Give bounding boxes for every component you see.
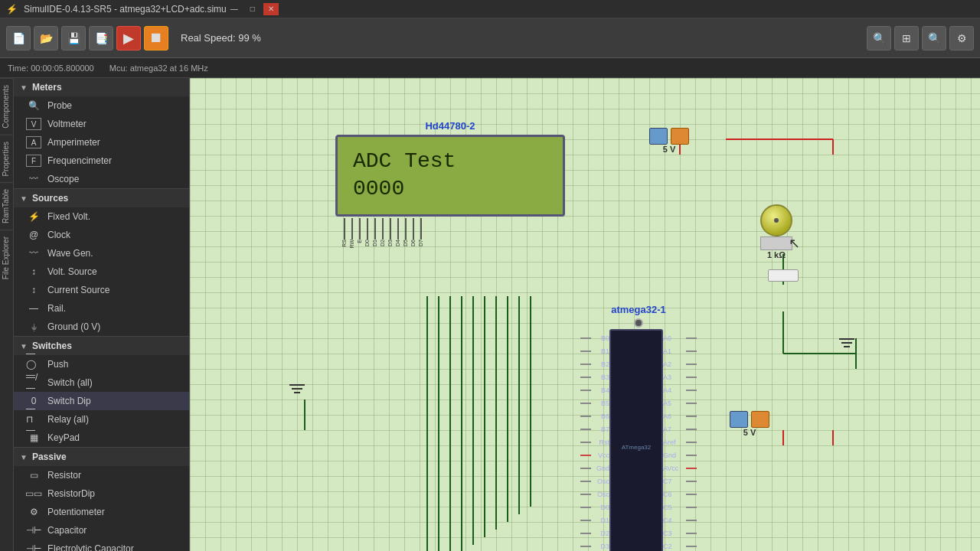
ground-label: Ground (0 V) xyxy=(47,321,100,332)
power-5v-mid: 5 V xyxy=(730,411,769,437)
toolbar-right: 🔍 ⊞ 🔍 ⚙ xyxy=(867,26,974,51)
collapse-sources-icon: ▼ xyxy=(20,194,28,203)
section-sources: ▼ Sources ⚡ Fixed Volt. @ Clock 〰 Wave G… xyxy=(14,189,189,337)
sidebar-item-currentsource[interactable]: ↕ Current Source xyxy=(14,281,189,299)
sidebar-item-push[interactable]: —◯— Push xyxy=(14,355,189,373)
clock-label: Clock xyxy=(47,230,70,240)
relayall-label: Relay (all) xyxy=(47,414,89,425)
zoom-in-button[interactable]: 🔍 xyxy=(867,26,891,51)
minimize-button[interactable]: — xyxy=(227,3,242,15)
oscope-icon: 〰 xyxy=(26,173,41,185)
vtab-properties[interactable]: Properties xyxy=(0,135,13,183)
chip-left-pins: B0 B1 B2 B3 xyxy=(580,332,609,551)
ground-symbol-pot xyxy=(839,338,854,347)
content-area: Components Properties RamTable File Expl… xyxy=(0,78,980,551)
new-button[interactable]: 📄 xyxy=(6,26,31,51)
zoom-fit-button[interactable]: ⊞ xyxy=(894,26,919,51)
sidebar-item-keypad[interactable]: ▦ KeyPad xyxy=(14,429,189,447)
sidebar-item-resistordip[interactable]: ▭▭ ResistorDip xyxy=(14,484,189,503)
potentiometer-label: Potentiometer xyxy=(47,507,105,517)
stop-button[interactable]: ⏹ xyxy=(144,26,168,51)
probe-icon: 🔍 xyxy=(26,99,41,112)
pot-body xyxy=(760,236,792,250)
power-label-top: 5 V xyxy=(649,145,689,154)
ground-symbol-left xyxy=(289,384,305,393)
voltmeter-label: Voltmeter xyxy=(47,119,87,129)
speed-label: Real Speed: 99 % xyxy=(181,32,261,44)
section-switches: ▼ Switches —◯— Push —/— Switch (all) 0 S… xyxy=(14,337,189,448)
saveas-button[interactable]: 📑 xyxy=(89,26,113,51)
pot-resistance-label: 1 kΩ xyxy=(760,250,792,259)
close-button[interactable]: ✕ xyxy=(263,3,279,15)
infobar: Time: 00:00:05.800000 Mcu: atmega32 at 1… xyxy=(0,58,980,78)
sidebar-item-frequencimeter[interactable]: F Frequencimeter xyxy=(14,152,189,170)
sidebar-item-capacitor[interactable]: ⊣⊢ Capacitor xyxy=(14,521,189,540)
open-button[interactable]: 📂 xyxy=(34,26,58,51)
section-passive-label: Passive xyxy=(32,452,67,462)
oscope-label: Oscope xyxy=(47,174,79,184)
section-passive-header[interactable]: ▼ Passive xyxy=(14,448,189,466)
wavegen-label: Wave Gen. xyxy=(47,248,93,259)
vertical-tabs: Components Properties RamTable File Expl… xyxy=(0,78,14,551)
switchall-label: Switch (all) xyxy=(47,377,93,388)
rail-icon: — xyxy=(26,302,41,315)
capacitor-icon: ⊣⊢ xyxy=(26,524,41,536)
save-button[interactable]: 💾 xyxy=(61,26,86,51)
clock-icon: @ xyxy=(26,229,41,241)
capacitor-label: Capacitor xyxy=(47,525,87,536)
zoom-out-button[interactable]: 🔍 xyxy=(922,26,946,51)
sidebar-item-potentiometer[interactable]: ⚙ Potentiometer xyxy=(14,503,189,521)
fixedvolt-label: Fixed Volt. xyxy=(47,211,90,222)
sidebar-item-electrolytic[interactable]: ⊣⊢ Electrolytic Capacitor xyxy=(14,540,189,551)
keypad-icon: ▦ xyxy=(26,432,41,444)
window-controls: — □ ✕ xyxy=(227,3,279,15)
resistordip-label: ResistorDip xyxy=(47,488,95,499)
voltsource-label: Volt. Source xyxy=(47,266,97,277)
power-5v-top: 5 V xyxy=(649,128,689,154)
section-passive: ▼ Passive ▭ Resistor ▭▭ ResistorDip ⚙ Po… xyxy=(14,448,189,551)
section-sources-header[interactable]: ▼ Sources xyxy=(14,189,189,207)
vtab-components[interactable]: Components xyxy=(0,78,13,135)
power-orange-box-top xyxy=(671,128,689,145)
electrolytic-icon: ⊣⊢ xyxy=(26,543,41,551)
canvas-area[interactable]: Hd44780-2 ADC Test 0000 RS xyxy=(190,78,980,551)
sidebar-item-fixedvolt[interactable]: ⚡ Fixed Volt. xyxy=(14,207,189,226)
keypad-label: KeyPad xyxy=(47,432,80,443)
run-button[interactable]: ▶ xyxy=(116,26,141,51)
sidebar-item-ground[interactable]: ⏚ Ground (0 V) xyxy=(14,318,189,336)
maximize-button[interactable]: □ xyxy=(245,3,260,15)
atmega-label: atmega32-1 xyxy=(580,304,697,315)
sidebar-item-amperimeter[interactable]: A Amperimeter xyxy=(14,133,189,152)
atmega-chip: atmega32-1 B0 B1 xyxy=(580,304,697,551)
power-blue-box-mid xyxy=(730,411,748,428)
potentiometer-component[interactable]: 1 kΩ xyxy=(760,204,792,259)
vtab-fileexplorer[interactable]: File Explorer xyxy=(0,230,13,285)
app-container: 📄 📂 💾 📑 ▶ ⏹ Real Speed: 99 % 🔍 ⊞ 🔍 ⚙ Tim… xyxy=(0,18,980,551)
collapse-passive-icon: ▼ xyxy=(20,453,28,461)
sidebar-item-switchall[interactable]: —/— Switch (all) xyxy=(14,373,189,392)
app-icon: ⚡ xyxy=(6,4,18,15)
sidebar-item-wavegen[interactable]: 〰 Wave Gen. xyxy=(14,244,189,262)
sidebar-item-relayall[interactable]: —⊓— Relay (all) xyxy=(14,410,189,429)
sidebar-item-oscope[interactable]: 〰 Oscope xyxy=(14,170,189,188)
sidebar-item-voltsource[interactable]: ↕ Volt. Source xyxy=(14,262,189,281)
probe-label: Probe xyxy=(47,100,72,111)
sidebar-item-clock[interactable]: @ Clock xyxy=(14,226,189,244)
lcd-component: Hd44780-2 ADC Test 0000 RS xyxy=(335,120,565,248)
power-orange-box-mid xyxy=(751,411,769,428)
amperimeter-label: Amperimeter xyxy=(47,137,100,148)
sidebar-item-resistor[interactable]: ▭ Resistor xyxy=(14,466,189,484)
section-meters-header[interactable]: ▼ Meters xyxy=(14,78,189,96)
toolbar: 📄 📂 💾 📑 ▶ ⏹ Real Speed: 99 % 🔍 ⊞ 🔍 ⚙ xyxy=(0,18,980,58)
sidebar-item-voltmeter[interactable]: V Voltmeter xyxy=(14,115,189,133)
chip-right-pins: A0 A1 A2 A3 xyxy=(663,332,697,551)
sidebar-item-rail[interactable]: — Rail. xyxy=(14,299,189,318)
fixedvolt-icon: ⚡ xyxy=(26,210,41,223)
settings-button[interactable]: ⚙ xyxy=(949,26,974,51)
sidebar-item-probe[interactable]: 🔍 Probe xyxy=(14,96,189,115)
resistor-label: Resistor xyxy=(47,470,81,481)
resistor-icon: ▭ xyxy=(26,469,41,481)
vtab-ramtable[interactable]: RamTable xyxy=(0,182,13,230)
section-meters: ▼ Meters 🔍 Probe V Voltmeter A Amperimet… xyxy=(14,78,189,189)
pot-knob[interactable] xyxy=(760,204,792,236)
